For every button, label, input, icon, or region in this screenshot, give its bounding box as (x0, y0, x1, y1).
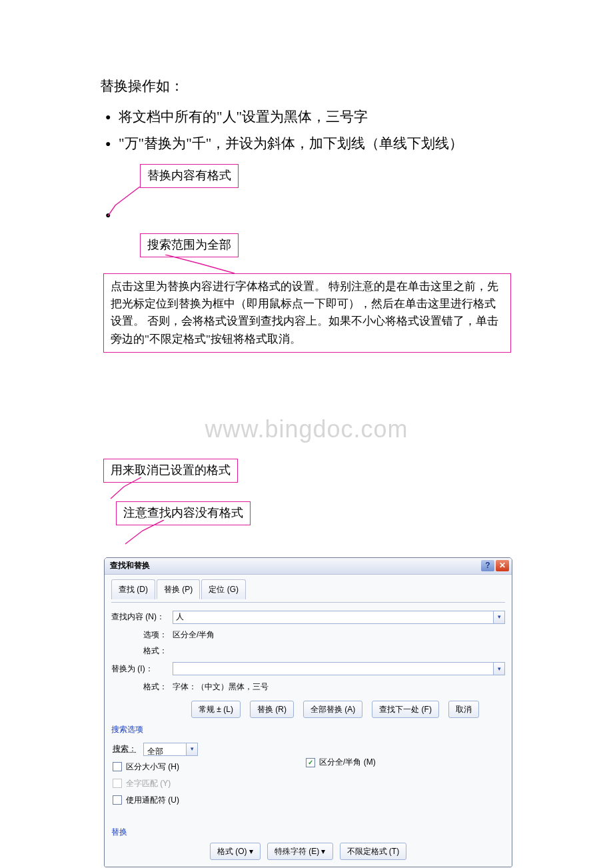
callout-format-instructions: 点击这里为替换内容进行字体格式的设置。 特别注意的是在单击这里之前，先把光标定位… (103, 273, 511, 353)
checkbox-wildcard[interactable]: 使用通配符 (U) (113, 793, 303, 808)
checkbox-case[interactable]: 区分大小写 (H) (113, 759, 303, 775)
tab-replace[interactable]: 替换 (P) (157, 579, 200, 600)
callout-replace-format: 替换内容有格式 (140, 164, 239, 188)
format-key-replace: 格式： (138, 679, 167, 695)
search-scope-select[interactable]: 全部 ▾ (143, 743, 198, 756)
heading-text: 替换操作如： (100, 73, 516, 100)
replace-value (173, 663, 493, 675)
callout-search-scope: 搜索范围为全部 (140, 233, 239, 257)
search-label: 搜索： (113, 741, 139, 757)
bullet-item-empty: ● (100, 211, 516, 229)
bullet-item-2: ● "万"替换为"千"，并设为斜体，加下划线（单线下划线） (100, 131, 516, 157)
search-scope-value: 全部 (144, 743, 186, 755)
normal-button[interactable]: 常规 ± (L) (191, 701, 241, 718)
options-key: 选项： (138, 627, 167, 643)
bullet-dot: ● (105, 207, 111, 225)
checkbox-wholeword: 全字匹配 (Y) (113, 776, 303, 791)
find-input[interactable]: 人 ▾ (173, 611, 505, 624)
replace-input[interactable]: ▾ (173, 662, 505, 675)
find-next-button[interactable]: 查找下一处 (F) (372, 701, 439, 718)
replace-button[interactable]: 替换 (R) (250, 701, 294, 718)
dialog-title: 查找和替换 (110, 558, 480, 573)
search-options-header: 搜索选项 (111, 722, 505, 737)
no-format-button[interactable]: 不限定格式 (T) (340, 843, 407, 860)
find-replace-dialog: 查找和替换 ? ✕ 查找 (D) 替换 (P) 定位 (G) 查找内容 (N)：… (104, 557, 512, 868)
cancel-button[interactable]: 取消 (448, 701, 479, 718)
callout-cancel-format: 用来取消已设置的格式 (103, 459, 238, 483)
format-value-replace: 字体：（中文）黑体，三号 (173, 679, 269, 695)
replace-all-button[interactable]: 全部替换 (A) (303, 701, 362, 718)
special-char-button[interactable]: 特殊字符 (E) ▾ (267, 843, 333, 860)
options-value: 区分全/半角 (173, 627, 215, 643)
bullet-item-1: ● 将文档中所有的"人"设置为黑体，三号字 (100, 104, 516, 131)
bullet-dot: ● (105, 104, 111, 131)
help-button[interactable]: ? (481, 560, 494, 571)
format-key-find: 格式： (138, 643, 167, 659)
replace-section-header: 替换 (111, 825, 505, 840)
bullet-list: ● 将文档中所有的"人"设置为黑体，三号字 ● "万"替换为"千"，并设为斜体，… (100, 104, 516, 157)
chevron-down-icon[interactable]: ▾ (493, 611, 504, 623)
dialog-tabs: 查找 (D) 替换 (P) 定位 (G) (111, 579, 505, 599)
chevron-down-icon[interactable]: ▾ (186, 743, 197, 755)
find-value: 人 (173, 611, 493, 623)
find-label: 查找内容 (N)： (111, 609, 167, 625)
dialog-titlebar[interactable]: 查找和替换 ? ✕ (105, 558, 512, 575)
tab-find[interactable]: 查找 (D) (111, 579, 155, 600)
replace-label: 替换为 (I)： (111, 661, 167, 677)
check-icon: ✓ (306, 758, 315, 767)
bullet-dot: ● (105, 131, 111, 157)
tab-goto[interactable]: 定位 (G) (201, 579, 246, 600)
format-button[interactable]: 格式 (O) ▾ (210, 843, 261, 860)
bullet-text-1: 将文档中所有的"人"设置为黑体，三号字 (119, 109, 368, 125)
close-button[interactable]: ✕ (496, 560, 509, 571)
checkbox-fullhalf[interactable]: ✓区分全/半角 (M) (306, 755, 504, 770)
bullet-text-2: "万"替换为"千"，并设为斜体，加下划线（单线下划线） (119, 135, 463, 151)
callout-find-no-format: 注意查找内容没有格式 (116, 501, 251, 525)
chevron-down-icon[interactable]: ▾ (493, 663, 504, 675)
